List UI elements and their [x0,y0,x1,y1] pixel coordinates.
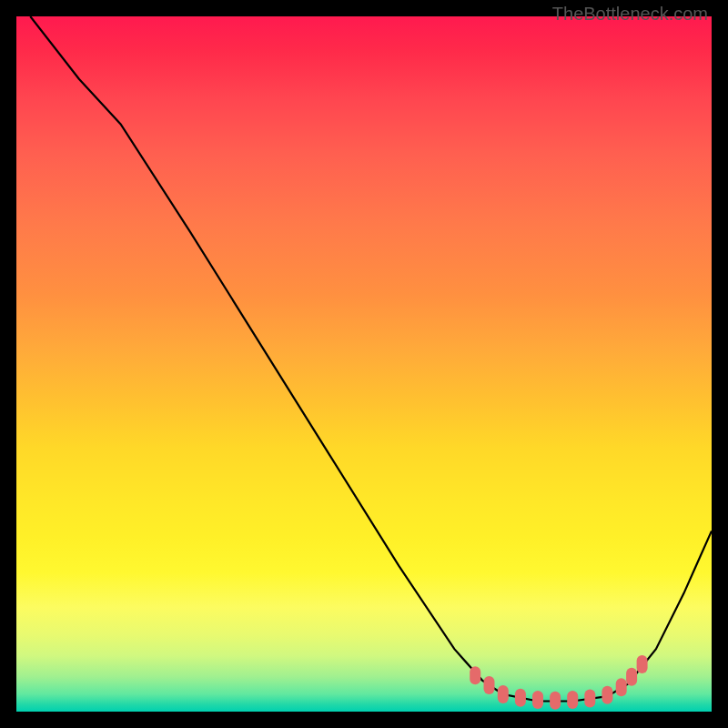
marker-dot [567,691,578,709]
watermark-text: TheBottleneck.com [552,4,708,25]
marker-dot [616,678,627,696]
marker-dot [602,686,612,704]
chart-svg [16,16,712,712]
marker-dot [584,690,595,708]
marker-dot [515,689,526,707]
marker-dot [498,685,509,703]
marker-dot [470,666,480,684]
marker-dot [550,692,561,710]
marker-dot [484,676,495,694]
marker-dot [637,655,648,673]
marker-dot [626,668,637,686]
marker-band [470,655,647,710]
marker-dot [532,691,543,709]
curve-line [30,16,712,702]
